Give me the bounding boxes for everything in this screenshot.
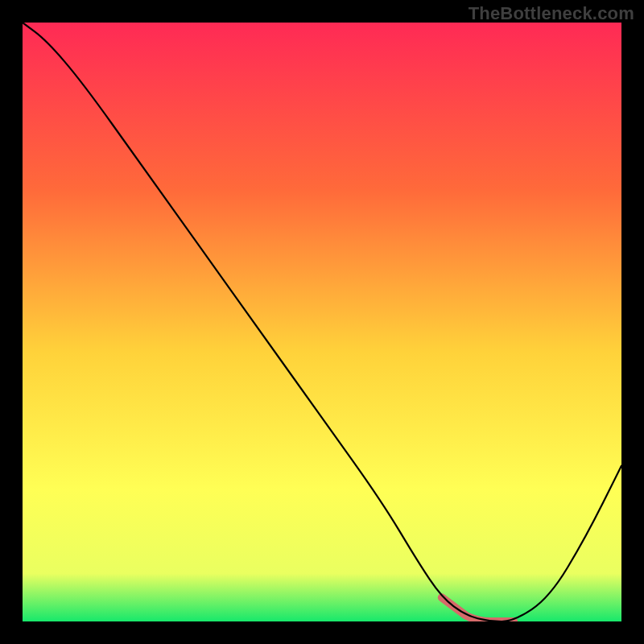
- chart-frame: TheBottleneck.com: [0, 0, 644, 644]
- watermark-text: TheBottleneck.com: [469, 3, 634, 24]
- gradient-background: [23, 23, 621, 621]
- chart-svg: [23, 23, 621, 621]
